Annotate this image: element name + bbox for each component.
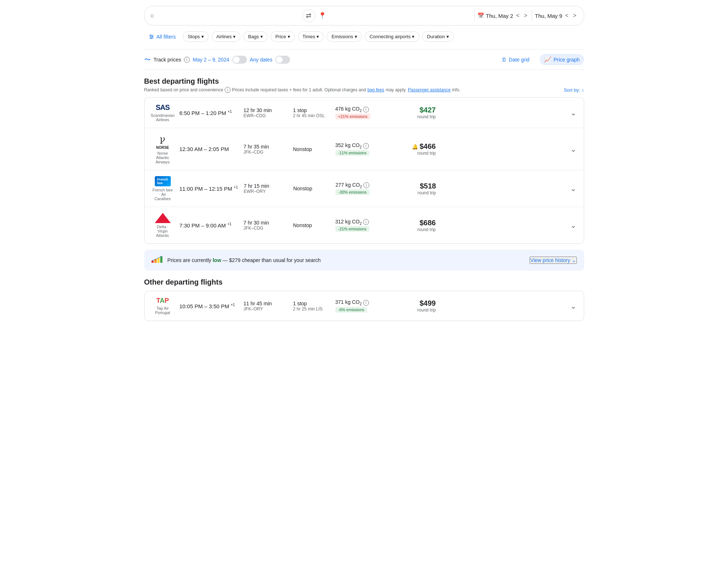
date-divider [532,10,532,21]
date-grid-icon: 🗓 [501,57,507,63]
bag-fees-link[interactable]: bag fees [367,87,384,92]
flight-stops-3: Nonstop [293,222,330,228]
svg-point-3 [150,35,151,36]
emissions-info-3[interactable]: i [363,219,369,225]
origin-input[interactable]: New York [157,12,299,19]
date-to-next[interactable]: > [571,11,578,20]
search-divider [474,10,475,21]
price-banner: Prices are currently low — $279 cheaper … [144,250,584,271]
sort-icon: ↕ [582,87,584,93]
flight-price-0: $427 round trip [400,106,436,119]
best-flights-subtitle: Ranked based on price and convenience i … [144,87,584,93]
emissions-info-tap[interactable]: i [363,300,369,306]
origin-icon: ○ [150,12,154,20]
info-icon[interactable]: i [184,57,190,63]
filter-price[interactable]: Price ▾ [271,31,295,42]
passenger-link[interactable]: Passenger assistance [408,87,450,92]
track-bar: 〜 Track prices i May 2 – 9, 2024 Any dat… [144,49,584,70]
price-graph-icon: 📈 [544,56,551,63]
flight-duration-tap: 11 hr 45 min JFK–ORY [244,301,287,312]
flight-row[interactable]: TAP Tap Air Portugal 10:05 PM – 3:50 PM … [145,291,584,321]
any-dates-toggle[interactable] [275,56,290,64]
filter-emissions[interactable]: Emissions ▾ [327,31,362,42]
expand-button-2[interactable]: ⌄ [570,184,577,193]
flight-emissions-2: 277 kg CO2 i -30% emissions [335,182,394,195]
sort-by[interactable]: Sort by: ↕ [564,87,584,93]
filter-times[interactable]: Times ▾ [298,31,324,42]
airline-logo-delta: Delta · Virgin Atlantic [152,213,174,238]
track-date-range: May 2 – 9, 2024 [193,57,229,63]
flight-stops-2: Nonstop [293,186,330,191]
svg-point-5 [150,37,151,39]
bell-icon-1: 🔔 [412,144,418,150]
filter-airlines[interactable]: Airlines ▾ [212,31,241,42]
expand-button-3[interactable]: ⌄ [570,221,577,230]
flight-price-1: 🔔 $466 round trip [400,142,436,156]
date-grid-button[interactable]: 🗓 Date grid [497,55,534,65]
emissions-info-2[interactable]: i [363,182,369,188]
all-filters-button[interactable]: All filters [144,32,180,42]
best-flights-title: Best departing flights [144,77,584,86]
flight-times-tap: 10:05 PM – 3:50 PM +1 [180,303,238,309]
flight-stops-1: Nonstop [293,146,330,152]
track-left: 〜 Track prices i May 2 – 9, 2024 Any dat… [144,55,492,64]
flight-price-tap: $499 round trip [400,299,436,313]
date-to-prev[interactable]: < [564,11,570,20]
expand-button-1[interactable]: ⌄ [570,145,577,154]
ranked-info-icon[interactable]: i [225,87,231,93]
emissions-info-0[interactable]: i [363,107,369,112]
filter-duration[interactable]: Duration ▾ [422,31,453,42]
date-to-nav: Thu, May 9 < > [535,11,578,20]
svg-rect-9 [160,256,162,263]
expand-button-0[interactable]: ⌄ [570,108,577,117]
date-from-nav: 📅 Thu, May 2 < > [477,11,529,20]
view-price-history-button[interactable]: View price history ⌄ [530,257,577,264]
flight-stops-0: 1 stop 2 hr 45 min OSL [293,107,330,118]
sliders-icon [149,34,154,40]
track-label: Track prices [154,57,181,63]
swap-button[interactable]: ⇄ [302,9,315,22]
expand-button-tap[interactable]: ⌄ [570,302,577,310]
flight-row[interactable]: ꝩ NORSE Norse Atlantic Airways 12:30 AM … [145,128,584,170]
destination-icon: 📍 [318,12,326,20]
date-from-prev[interactable]: < [515,11,521,20]
any-dates-label: Any dates [250,57,272,63]
filter-stops[interactable]: Stops ▾ [183,31,208,42]
filters-bar: All filters Stops ▾ Airlines ▾ Bags ▾ Pr… [144,31,584,42]
price-graph-label: Price graph [554,57,580,63]
search-bar: ○ New York ⇄ 📍 Paris 📅 Thu, May 2 < > Th… [144,6,584,25]
track-toggle[interactable] [232,56,247,64]
calendar-icon: 📅 [477,12,484,19]
airline-logo-tap: TAP Tap Air Portugal [152,297,174,315]
date-grid-label: Date grid [509,57,530,63]
price-level-icon [151,255,163,265]
flight-emissions-3: 312 kg CO2 i -21% emissions [335,219,394,232]
flight-emissions-1: 352 kg CO2 i -11% emissions [335,142,394,156]
flight-row[interactable]: Frenchbee French bee · Air Caraïbes 11:0… [145,170,584,207]
flight-times-2: 11:00 PM – 12:15 PM +1 [180,185,238,192]
date-from: Thu, May 2 [486,13,513,19]
filter-connecting[interactable]: Connecting airports ▾ [365,31,420,42]
track-right: 🗓 Date grid 📈 Price graph [497,54,584,65]
emissions-info-1[interactable]: i [363,143,369,149]
destination-input[interactable]: Paris [329,12,471,19]
svg-point-4 [152,36,153,37]
flight-emissions-0: 476 kg CO2 i +21% emissions [335,106,394,119]
date-from-next[interactable]: > [522,11,528,20]
other-flights-section: Other departing flights TAP Tap Air Port… [144,278,584,321]
date-to: Thu, May 9 [535,13,562,19]
best-flights-section: Best departing flights Ranked based on p… [144,77,584,244]
price-banner-text: Prices are currently low — $279 cheaper … [168,257,526,263]
flight-emissions-tap: 371 kg CO2 i -6% emissions [335,299,394,313]
flight-times-0: 6:50 PM – 1:20 PM +1 [180,110,238,116]
flight-price-3: $686 round trip [400,219,436,232]
flight-row[interactable]: Delta · Virgin Atlantic 7:30 PM – 9:00 A… [145,207,584,243]
other-flights-title: Other departing flights [144,278,584,286]
flight-row[interactable]: SAS Scandinavian Airlines 6:50 PM – 1:20… [145,98,584,128]
price-graph-button[interactable]: 📈 Price graph [540,54,584,65]
airline-logo-frenchbee: Frenchbee French bee · Air Caraïbes [152,176,174,201]
flight-stops-tap: 1 stop 2 hr 25 min LIS [293,301,330,312]
flight-duration-2: 7 hr 15 min EWR–ORY [244,183,287,194]
svg-rect-6 [151,261,154,263]
filter-bags[interactable]: Bags ▾ [243,31,268,42]
